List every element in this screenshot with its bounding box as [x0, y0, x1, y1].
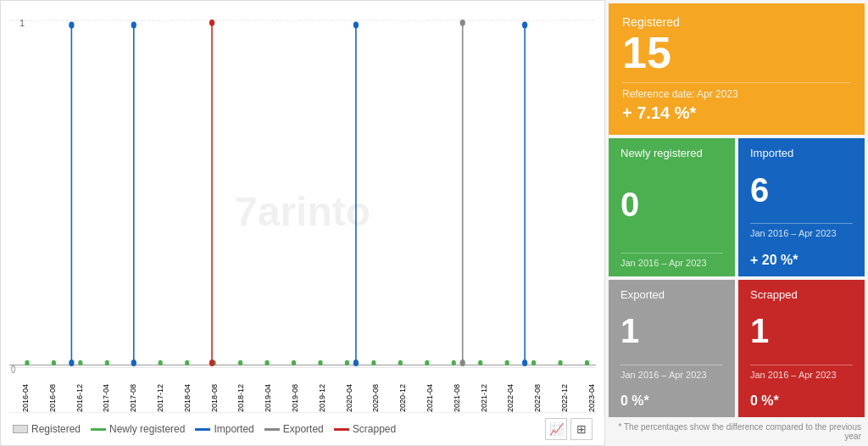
x-label: 2020-04	[345, 368, 353, 412]
chart-container: 1 7arinto	[0, 0, 605, 446]
legend-exported[interactable]: Exported	[264, 423, 324, 435]
imported-date-range: Jan 2016 – Apr 2023	[750, 223, 853, 238]
scrapped-value: 1	[750, 312, 853, 349]
svg-point-34	[209, 360, 214, 366]
svg-point-33	[209, 20, 214, 26]
x-label: 2022-12	[560, 368, 569, 412]
svg-point-30	[353, 360, 359, 366]
svg-point-35	[460, 20, 465, 26]
x-label: 2022-08	[533, 368, 542, 412]
exported-label: Exported	[620, 288, 723, 301]
chart-legend: Registered Newly registered Imported Exp…	[9, 412, 596, 445]
svg-point-16	[371, 360, 376, 366]
x-label: 2018-12	[236, 368, 245, 412]
svg-text:0: 0	[11, 364, 15, 375]
x-label: 2021-04	[426, 368, 434, 412]
svg-point-36	[460, 360, 465, 366]
svg-point-25	[69, 22, 74, 29]
svg-point-8	[159, 360, 163, 366]
svg-point-13	[292, 360, 296, 366]
x-label: 2017-04	[102, 368, 110, 412]
legend-newly-registered[interactable]: Newly registered	[91, 423, 185, 435]
registered-value: 15	[622, 29, 851, 77]
exported-percentage: 0 %*	[620, 393, 723, 409]
newly-registered-label: Newly registered	[620, 147, 723, 159]
x-label: 2023-04	[587, 368, 596, 412]
exported-date-range: Jan 2016 – Apr 2023	[620, 365, 723, 380]
svg-point-23	[558, 360, 562, 366]
y-axis-max: 1	[19, 18, 25, 28]
svg-point-5	[78, 360, 82, 366]
imported-label: Imported	[750, 147, 853, 159]
imported-percentage: + 20 %*	[750, 253, 853, 268]
svg-point-18	[425, 360, 429, 366]
svg-point-17	[398, 360, 403, 366]
svg-point-14	[318, 360, 322, 366]
svg-point-3	[25, 360, 29, 366]
registered-card: Registered 15 Reference date: Apr 2023 +…	[609, 3, 865, 135]
chart-wrapper: 1 7arinto	[9, 9, 596, 412]
newly-registered-date-range: Jan 2016 – Apr 2023	[620, 253, 723, 268]
x-label: 2021-08	[453, 368, 461, 412]
x-label: 2021-12	[480, 368, 488, 412]
x-label: 2018-04	[183, 368, 192, 412]
svg-point-31	[522, 22, 527, 29]
svg-point-19	[452, 360, 456, 366]
x-label: 2016-08	[48, 368, 57, 412]
registered-ref-date: Reference date: Apr 2023	[622, 82, 851, 100]
x-label: 2020-12	[398, 368, 407, 412]
newly-registered-value: 0	[620, 186, 723, 223]
stats-row-2: Exported 1 Jan 2016 – Apr 2023 0 %* Scra…	[609, 280, 865, 417]
svg-point-15	[345, 360, 349, 366]
scrapped-date-range: Jan 2016 – Apr 2023	[750, 365, 853, 380]
svg-point-22	[531, 360, 536, 366]
x-label: 2017-08	[129, 368, 137, 412]
legend-scrapped-label: Scrapped	[353, 423, 396, 435]
x-label: 2019-04	[264, 368, 272, 412]
svg-point-4	[52, 360, 56, 366]
svg-point-32	[522, 360, 527, 366]
svg-point-28	[131, 360, 136, 366]
chart-line-button[interactable]: 📈	[545, 418, 567, 440]
exported-card: Exported 1 Jan 2016 – Apr 2023 0 %*	[609, 280, 735, 417]
chart-svg: 0	[9, 9, 596, 412]
imported-value: 6	[750, 171, 853, 209]
x-label: 2016-04	[21, 368, 30, 412]
svg-point-6	[105, 360, 109, 366]
x-label: 2019-12	[318, 368, 326, 412]
registered-percentage: + 7.14 %*	[622, 103, 851, 123]
chart-table-button[interactable]: ⊞	[570, 418, 593, 440]
svg-point-9	[185, 360, 189, 366]
scrapped-label: Scrapped	[750, 288, 853, 301]
x-label: 2019-08	[291, 368, 299, 412]
legend-registered[interactable]: Registered	[13, 423, 81, 435]
x-label: 2020-08	[371, 368, 380, 412]
svg-point-21	[505, 360, 509, 366]
svg-point-12	[264, 360, 269, 366]
svg-point-24	[585, 360, 589, 366]
registered-label: Registered	[622, 15, 851, 29]
legend-exported-label: Exported	[283, 423, 324, 435]
svg-point-26	[69, 360, 74, 366]
x-label: 2017-12	[156, 368, 164, 412]
legend-newly-registered-label: Newly registered	[109, 423, 185, 435]
scrapped-card: Scrapped 1 Jan 2016 – Apr 2023 0 %*	[738, 280, 865, 417]
svg-point-29	[353, 22, 359, 29]
x-label: 2016-12	[75, 368, 84, 412]
scrapped-percentage: 0 %*	[750, 393, 853, 409]
svg-point-11	[238, 360, 242, 366]
stats-area: Registered 15 Reference date: Apr 2023 +…	[605, 0, 868, 446]
legend-imported-label: Imported	[214, 423, 253, 435]
legend-registered-label: Registered	[31, 423, 81, 435]
imported-card: Imported 6 Jan 2016 – Apr 2023 + 20 %*	[738, 138, 865, 276]
x-label: 2022-04	[506, 368, 515, 412]
stats-row-1: Newly registered 0 Jan 2016 – Apr 2023 I…	[609, 138, 865, 276]
svg-point-27	[131, 22, 136, 29]
newly-registered-card: Newly registered 0 Jan 2016 – Apr 2023	[609, 138, 735, 276]
footnote: * The percentages show the difference co…	[609, 421, 865, 443]
exported-value: 1	[620, 312, 723, 349]
legend-imported[interactable]: Imported	[195, 423, 253, 435]
svg-point-20	[478, 360, 482, 366]
legend-scrapped[interactable]: Scrapped	[334, 423, 396, 435]
x-label: 2018-08	[210, 368, 219, 412]
